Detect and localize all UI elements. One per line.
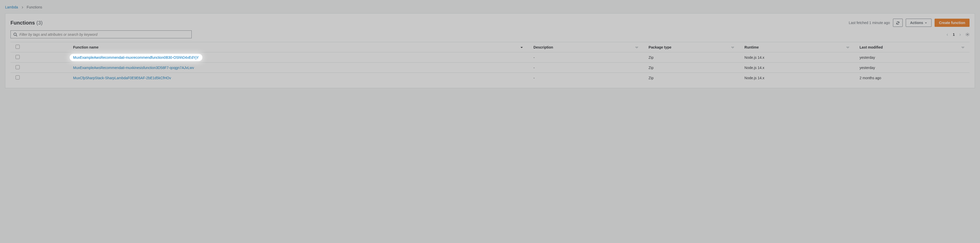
row-checkbox[interactable] bbox=[16, 55, 20, 59]
cell-modified: 2 months ago bbox=[854, 73, 969, 83]
chevron-right-icon bbox=[21, 5, 24, 9]
filter-icon bbox=[846, 45, 850, 49]
row-checkbox[interactable] bbox=[16, 65, 20, 69]
cell-modified: yesterday bbox=[854, 53, 969, 62]
function-count: (3) bbox=[37, 20, 43, 26]
cell-description: - bbox=[528, 73, 643, 83]
table-row: MuxExampleAwsRecommendati-muxkinesisfunc… bbox=[11, 62, 969, 73]
function-link[interactable]: MuxCfpSharpStack-SharpLambdaF0E9E6AF-2bE… bbox=[73, 76, 171, 80]
breadcrumb-current: Functions bbox=[27, 5, 42, 9]
column-modified-label: Last modified bbox=[859, 45, 883, 49]
search-icon bbox=[13, 32, 18, 37]
prev-page-button[interactable] bbox=[946, 32, 948, 37]
cell-modified: yesterday bbox=[854, 62, 969, 73]
create-function-button[interactable]: Create function bbox=[935, 19, 969, 27]
column-header-runtime[interactable]: Runtime bbox=[739, 42, 854, 53]
filter-row: 1 bbox=[11, 30, 969, 38]
cell-package: Zip bbox=[643, 73, 739, 83]
select-all-checkbox[interactable] bbox=[16, 45, 20, 49]
last-fetched-text: Last fetched 1 minute ago bbox=[849, 21, 890, 25]
settings-button[interactable] bbox=[966, 32, 969, 37]
cell-runtime: Node.js 14.x bbox=[739, 62, 854, 73]
cell-description: - bbox=[528, 62, 643, 73]
search-box[interactable] bbox=[11, 30, 192, 38]
page-title: Functions bbox=[11, 20, 35, 26]
filter-icon bbox=[961, 45, 964, 49]
page-number: 1 bbox=[953, 32, 955, 37]
row-checkbox[interactable] bbox=[16, 75, 20, 80]
cell-runtime: Node.js 14.x bbox=[739, 73, 854, 83]
column-runtime-label: Runtime bbox=[745, 45, 759, 49]
column-header-name[interactable]: Function name bbox=[68, 42, 528, 53]
column-description-label: Description bbox=[533, 45, 553, 49]
actions-dropdown[interactable]: Actions bbox=[906, 19, 932, 27]
caret-down-icon bbox=[924, 21, 927, 25]
cell-package: Zip bbox=[643, 53, 739, 62]
column-header-package[interactable]: Package type bbox=[643, 42, 739, 53]
breadcrumb: Lambda Functions bbox=[5, 5, 975, 9]
table-row: MuxCfpSharpStack-SharpLambdaF0E9E6AF-2bE… bbox=[11, 73, 969, 83]
cell-description: - bbox=[528, 53, 643, 62]
sort-desc-icon bbox=[520, 45, 523, 49]
filter-icon bbox=[635, 45, 638, 49]
function-link[interactable]: MuxExampleAwsRecommendati-muxkinesisfunc… bbox=[73, 66, 194, 70]
functions-panel: Functions (3) Last fetched 1 minute ago … bbox=[5, 13, 975, 88]
filter-icon bbox=[731, 45, 734, 49]
actions-label: Actions bbox=[910, 21, 923, 25]
column-header-description[interactable]: Description bbox=[528, 42, 643, 53]
svg-point-1 bbox=[967, 34, 968, 35]
functions-table: Function name Description Package type bbox=[11, 42, 969, 83]
pagination: 1 bbox=[946, 32, 969, 37]
refresh-button[interactable] bbox=[893, 19, 903, 27]
breadcrumb-root[interactable]: Lambda bbox=[5, 5, 18, 9]
cell-runtime: Node.js 14.x bbox=[739, 53, 854, 62]
search-input[interactable] bbox=[19, 32, 189, 37]
svg-point-0 bbox=[14, 33, 16, 35]
table-row: MuxExampleAwsRecommendati-muxrecommendfu… bbox=[11, 53, 969, 62]
panel-header: Functions (3) Last fetched 1 minute ago … bbox=[11, 19, 969, 27]
column-name-label: Function name bbox=[73, 45, 99, 49]
column-package-label: Package type bbox=[649, 45, 671, 49]
next-page-button[interactable] bbox=[959, 32, 961, 37]
column-header-modified[interactable]: Last modified bbox=[854, 42, 969, 53]
refresh-icon bbox=[896, 21, 900, 25]
cell-package: Zip bbox=[643, 62, 739, 73]
function-link[interactable]: MuxExampleAwsRecommendati-muxrecommendfu… bbox=[73, 56, 199, 59]
